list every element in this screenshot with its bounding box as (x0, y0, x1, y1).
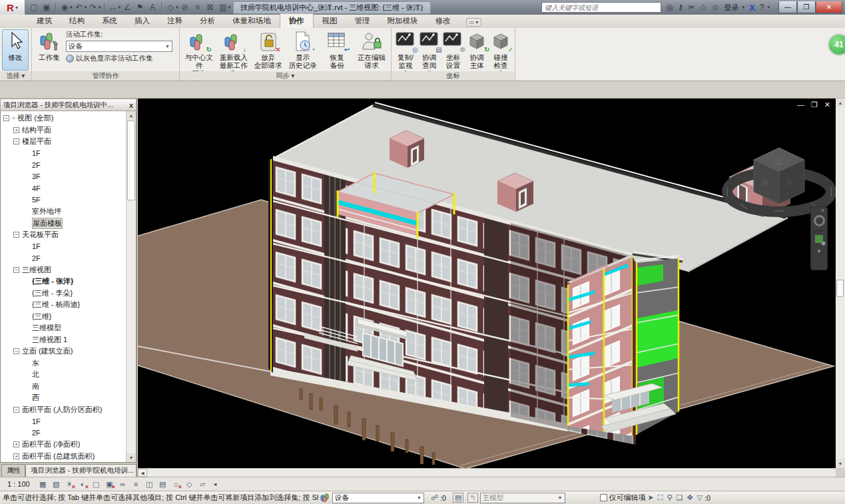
tree-item-{三维 - 李朵}[interactable]: {三维 - 李朵} (1, 288, 126, 300)
synchronize-panel-label[interactable]: 同步 ▾ (180, 71, 391, 81)
tab-修改[interactable]: 修改 (427, 14, 459, 28)
key-icon[interactable]: ⚷ (678, 3, 684, 12)
vertical-scrollbar[interactable]: ▲ ▼ (836, 99, 845, 468)
sync-button-显示历史记录[interactable]: ◔显示历史记录 (285, 29, 320, 71)
coordinate-button-碰撞检查[interactable]: ✓碰撞检查 ▾ (489, 29, 513, 71)
tree-item-三维视图[interactable]: −三维视图 (1, 264, 126, 276)
collapse-icon[interactable]: − (13, 407, 19, 413)
collapse-icon[interactable]: − (13, 138, 19, 144)
dropdown-icon[interactable]: ▾ (119, 5, 121, 10)
panel-tab-properties[interactable]: 属性 (1, 464, 25, 477)
coordinate-button-复制/监视[interactable]: ◎复制/监视 ▾ (394, 29, 418, 71)
displacement-icon[interactable]: ▱ (197, 479, 208, 489)
collapse-icon[interactable]: − (3, 115, 9, 121)
tree-item-西[interactable]: 西 (1, 392, 126, 404)
close-hidden-windows-icon[interactable]: ⊠ (204, 1, 216, 13)
tab-插入[interactable]: 插入 (126, 14, 158, 28)
editing-requests-icon[interactable]: ☍ (431, 493, 438, 502)
tab-注释[interactable]: 注释 (158, 14, 191, 28)
tree-item-面积平面 (总建筑面积)[interactable]: +面积平面 (总建筑面积) (1, 451, 126, 463)
tab-附加模块[interactable]: 附加模块 (379, 14, 427, 28)
coordinate-button-协调主体[interactable]: ↻协调主体 (465, 29, 489, 71)
tag-icon[interactable]: ⚑ (134, 1, 146, 13)
search-input[interactable] (541, 2, 661, 13)
default-3d-view-icon[interactable]: ◇ (164, 1, 176, 13)
tree-item-2F[interactable]: 2F (1, 159, 126, 171)
tree-item-面积平面 (净面积)[interactable]: +面积平面 (净面积) (1, 439, 126, 451)
steering-wheel-icon[interactable] (814, 215, 825, 226)
constraints-icon[interactable]: ◇ (184, 479, 195, 489)
detail-level-icon[interactable]: ▦ (37, 479, 49, 489)
editable-only-checkbox[interactable]: 仅可编辑项 (600, 493, 646, 503)
collapse-icon[interactable]: − (13, 348, 19, 354)
view-scale-button[interactable]: 1 : 100 (5, 479, 35, 489)
select-pinned-icon[interactable]: ⚲ (667, 493, 672, 502)
tab-分析[interactable]: 分析 (191, 14, 224, 28)
minimize-button[interactable]: — (778, 1, 797, 13)
modify-button[interactable]: 修改 (2, 29, 29, 71)
dropdown-icon[interactable]: ▾ (70, 5, 73, 10)
close-icon[interactable]: x (129, 101, 133, 109)
tree-item-5F[interactable]: 5F (1, 194, 126, 206)
aligned-dimension-icon[interactable]: ∠ (121, 1, 133, 13)
tree-item-面积平面 (人防分区面积)[interactable]: −面积平面 (人防分区面积) (1, 404, 126, 416)
close-button[interactable]: ✕ (816, 1, 842, 13)
tab-视图[interactable]: 视图 (314, 14, 346, 28)
worksets-button[interactable]: 工作集 (34, 29, 65, 71)
selection-filter-icon[interactable]: ▽ (697, 493, 703, 502)
undo-icon[interactable]: ↶ (73, 1, 85, 13)
visual-style-icon[interactable]: ▧ (51, 479, 62, 489)
tree-item-{三维 - 张洋}[interactable]: {三维 - 张洋} (1, 276, 126, 288)
tab-结构[interactable]: 结构 (61, 14, 93, 28)
crop-region-icon[interactable]: ▣✕ (104, 479, 115, 489)
worksharing-display-settings-icon[interactable]: ▤ (453, 493, 463, 503)
help-dropdown-icon[interactable]: ▾ (767, 5, 770, 10)
exchange-apps-icon[interactable]: X (749, 3, 755, 13)
select-by-face-icon[interactable]: ❏ (677, 493, 683, 502)
open-icon[interactable]: ▢ (28, 1, 40, 13)
tab-协作[interactable]: 协作 (280, 13, 314, 28)
login-link[interactable]: 登录 (724, 3, 739, 13)
panel-tab-project-browser[interactable]: 项目浏览器 - 技师学院机电培训... (25, 464, 137, 477)
sync-button-放弃全部请求[interactable]: ✕放弃全部请求 (251, 29, 286, 71)
tab-系统[interactable]: 系统 (93, 14, 126, 28)
shadows-icon[interactable]: ◐✕ (77, 479, 89, 489)
tree-item-2F[interactable]: 2F (1, 252, 126, 264)
tree-item-结构平面[interactable]: +结构平面 (1, 125, 126, 136)
user-icon[interactable]: ☺ (711, 3, 719, 12)
notification-badge[interactable]: 41 (828, 33, 845, 56)
tree-item-1F[interactable]: 1F (1, 241, 126, 253)
expand-icon[interactable]: + (13, 441, 19, 447)
tree-item-立面 (建筑立面)[interactable]: −立面 (建筑立面) (1, 346, 126, 358)
scroll-down-icon[interactable]: ▼ (836, 459, 845, 468)
measure-icon[interactable]: ↔ (107, 1, 119, 13)
tab-建筑[interactable]: 建筑 (28, 14, 61, 28)
tree-item-三维模型[interactable]: 三维模型 (1, 322, 126, 334)
select-links-icon[interactable]: ➤ (648, 493, 654, 502)
tab-体量和场地[interactable]: 体量和场地 (224, 14, 280, 28)
worksharing-display-icon[interactable]: ◫ (144, 479, 155, 489)
scroll-down-icon[interactable]: ▼ (127, 453, 136, 462)
tree-item-屋面楼板[interactable]: 屋面楼板 (1, 218, 126, 230)
gray-inactive-worksets-toggle[interactable]: 以灰色显示非活动工作集 (66, 54, 172, 63)
viewbar-collapse-icon[interactable]: ◂ (214, 481, 217, 487)
view-close-icon[interactable]: ✕ (824, 101, 830, 109)
application-menu-button[interactable]: R▾ (0, 0, 25, 15)
horizontal-scrollbar[interactable]: ◀ (138, 468, 836, 477)
tree-item-室外地坪[interactable]: 室外地坪 (1, 206, 126, 218)
crop-view-icon[interactable]: ▢ (91, 479, 102, 489)
section-icon[interactable]: ⊘ (179, 1, 191, 13)
project-browser-title-bar[interactable]: 项目浏览器 - 技师学院机电培训中... x (0, 99, 137, 111)
text-icon[interactable]: A (146, 1, 158, 13)
redo-icon[interactable]: ↷ (87, 1, 99, 13)
tree-item-南[interactable]: 南 (1, 381, 126, 393)
tree-item-视图 (全部)[interactable]: −⌗视图 (全部) (1, 113, 126, 125)
navbar-chevron-icon[interactable]: ▼ (816, 248, 822, 254)
scroll-left-icon[interactable]: ◀ (138, 469, 147, 477)
coordinate-button-坐标设置[interactable]: ⚙坐标设置 (441, 29, 465, 71)
expand-icon[interactable]: + (13, 127, 19, 133)
temporary-hide-isolate-icon[interactable]: ∞ (117, 479, 129, 489)
active-workset-statusbar-select[interactable]: 设备 ▼ (332, 493, 424, 503)
dropdown-icon[interactable]: ▾ (228, 5, 231, 10)
tree-item-三维视图 1[interactable]: 三维视图 1 (1, 334, 126, 346)
